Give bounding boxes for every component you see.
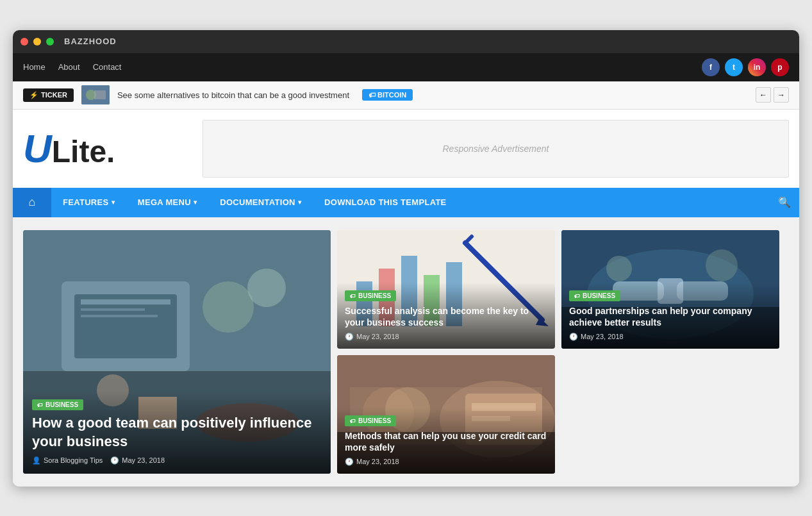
svg-rect-6 bbox=[81, 299, 170, 304]
article-4-date: 🕐 May 23, 2018 bbox=[345, 333, 399, 341]
logo-area: U Lite. bbox=[23, 129, 190, 169]
home-icon: ⌂ bbox=[29, 196, 36, 209]
logo-lite: Lite. bbox=[52, 137, 115, 167]
ticker-arrows: ← → bbox=[756, 87, 789, 103]
svg-point-30 bbox=[606, 256, 632, 281]
clock-icon: 🕐 bbox=[110, 456, 119, 465]
article-2-title: Good partnerships can help your company … bbox=[569, 305, 772, 328]
nav-link-home[interactable]: Home bbox=[23, 62, 46, 72]
nav-download[interactable]: DOWNLOAD THIS TEMPLATE bbox=[313, 188, 458, 217]
pinterest-icon[interactable]: p bbox=[771, 58, 789, 76]
article-1-meta: 👤 Sora Blogging Tips 🕐 May 23, 2018 bbox=[32, 456, 322, 465]
tag-icon-4: 🏷 bbox=[350, 293, 356, 299]
instagram-icon[interactable]: in bbox=[748, 58, 766, 76]
nav-link-about[interactable]: About bbox=[58, 62, 80, 72]
ticker-thumbnail bbox=[81, 85, 110, 104]
nav-mega-menu[interactable]: MEGA MENU ▾ bbox=[126, 188, 208, 217]
article-3-date: 🕐 May 23, 2018 bbox=[345, 458, 399, 466]
nav-search-button[interactable]: 🔍 bbox=[770, 188, 799, 217]
clock-icon-4: 🕐 bbox=[345, 333, 354, 341]
article-3-overlay: 🏷 BUSINESS Methods that can help you use… bbox=[337, 408, 555, 474]
tag-icon-3: 🏷 bbox=[350, 418, 356, 424]
ticker-prev-button[interactable]: ← bbox=[756, 87, 771, 103]
title-bar: BAZZHOOD bbox=[13, 30, 799, 53]
article-3-title: Methods that can help you use your credi… bbox=[345, 430, 547, 453]
maximize-dot[interactable] bbox=[46, 38, 54, 46]
top-nav: Home About Contact f t in p bbox=[13, 53, 799, 81]
minimize-dot[interactable] bbox=[33, 38, 41, 46]
logo-u: U bbox=[23, 129, 52, 169]
article-3-meta: 🕐 May 23, 2018 bbox=[345, 458, 547, 466]
nav-home-button[interactable]: ⌂ bbox=[13, 188, 51, 217]
bitcoin-badge[interactable]: 🏷 BITCOIN bbox=[362, 89, 413, 101]
article-2-overlay: 🏷 BUSINESS Good partnerships can help yo… bbox=[561, 283, 779, 349]
documentation-dropdown-icon: ▾ bbox=[298, 199, 301, 206]
nav-documentation[interactable]: DOCUMENTATION ▾ bbox=[208, 188, 313, 217]
nav-features[interactable]: FEATURES ▾ bbox=[51, 188, 126, 217]
svg-point-9 bbox=[203, 281, 254, 333]
top-nav-links: Home About Contact bbox=[23, 62, 121, 72]
author-icon: 👤 bbox=[32, 456, 41, 465]
article-card-4[interactable]: 🏷 BUSINESS Successful analysis can becom… bbox=[337, 230, 555, 349]
clock-icon-3: 🕐 bbox=[345, 458, 354, 466]
nav-links: FEATURES ▾ MEGA MENU ▾ DOCUMENTATION ▾ D… bbox=[51, 188, 770, 217]
article-1-category[interactable]: 🏷 BUSINESS bbox=[32, 399, 83, 410]
ticker-left: ⚡ TICKER See some alternatives to bitcoi… bbox=[23, 85, 413, 104]
article-4-overlay: 🏷 BUSINESS Successful analysis can becom… bbox=[337, 283, 555, 349]
article-3-category[interactable]: 🏷 BUSINESS bbox=[345, 415, 396, 426]
ad-placeholder-text: Responsive Advertisement bbox=[442, 144, 549, 154]
tag-icon: 🏷 bbox=[37, 402, 43, 408]
svg-point-10 bbox=[247, 269, 286, 307]
site-logo[interactable]: U Lite. bbox=[23, 129, 190, 169]
nav-link-contact[interactable]: Contact bbox=[93, 62, 122, 72]
article-2-meta: 🕐 May 23, 2018 bbox=[569, 333, 772, 341]
close-dot[interactable] bbox=[21, 38, 28, 46]
ticker-label: TICKER bbox=[41, 91, 67, 99]
article-card-3[interactable]: 🏷 BUSINESS Methods that can help you use… bbox=[337, 355, 555, 474]
svg-rect-8 bbox=[81, 315, 158, 317]
twitter-icon[interactable]: t bbox=[725, 58, 743, 76]
logo-ad-section: U Lite. Responsive Advertisement bbox=[13, 110, 799, 188]
ticker-text: See some alternatives to bitcoin that ca… bbox=[117, 90, 349, 100]
ticker-next-button[interactable]: → bbox=[774, 87, 789, 103]
article-1-author: 👤 Sora Blogging Tips bbox=[32, 456, 103, 465]
advertisement-banner: Responsive Advertisement bbox=[203, 120, 789, 178]
article-4-meta: 🕐 May 23, 2018 bbox=[345, 333, 547, 341]
article-card-1[interactable]: 🏷 BUSINESS How a good team can positivel… bbox=[23, 230, 331, 474]
facebook-icon[interactable]: f bbox=[702, 58, 720, 76]
article-4-category[interactable]: 🏷 BUSINESS bbox=[345, 290, 396, 301]
ticker-badge: ⚡ TICKER bbox=[23, 88, 74, 102]
svg-rect-7 bbox=[81, 308, 145, 311]
article-1-date: 🕐 May 23, 2018 bbox=[110, 456, 165, 465]
content-area: 🏷 BUSINESS How a good team can positivel… bbox=[13, 217, 799, 487]
mega-menu-dropdown-icon: ▾ bbox=[194, 199, 197, 206]
features-dropdown-icon: ▾ bbox=[112, 199, 115, 206]
article-2-category[interactable]: 🏷 BUSINESS bbox=[569, 290, 620, 301]
social-icons: f t in p bbox=[702, 58, 789, 76]
article-4-title: Successful analysis can become the key t… bbox=[345, 305, 547, 328]
articles-grid: 🏷 BUSINESS How a good team can positivel… bbox=[23, 230, 789, 474]
clock-icon-2: 🕐 bbox=[569, 333, 578, 341]
browser-window: BAZZHOOD Home About Contact f t in p ⚡ T… bbox=[13, 30, 799, 487]
article-2-date: 🕐 May 23, 2018 bbox=[569, 333, 624, 341]
tag-icon-2: 🏷 bbox=[574, 293, 580, 299]
lightning-icon: ⚡ bbox=[29, 91, 38, 99]
article-1-overlay: 🏷 BUSINESS How a good team can positivel… bbox=[23, 390, 331, 474]
article-1-title: How a good team can positively influence… bbox=[32, 414, 322, 451]
search-icon: 🔍 bbox=[778, 196, 791, 208]
svg-rect-2 bbox=[94, 90, 106, 99]
main-nav: ⌂ FEATURES ▾ MEGA MENU ▾ DOCUMENTATION ▾… bbox=[13, 188, 799, 217]
article-card-2[interactable]: 🏷 BUSINESS Good partnerships can help yo… bbox=[561, 230, 779, 349]
svg-point-31 bbox=[706, 249, 738, 281]
site-title: BAZZHOOD bbox=[64, 37, 117, 46]
ticker-bar: ⚡ TICKER See some alternatives to bitcoi… bbox=[13, 81, 799, 110]
